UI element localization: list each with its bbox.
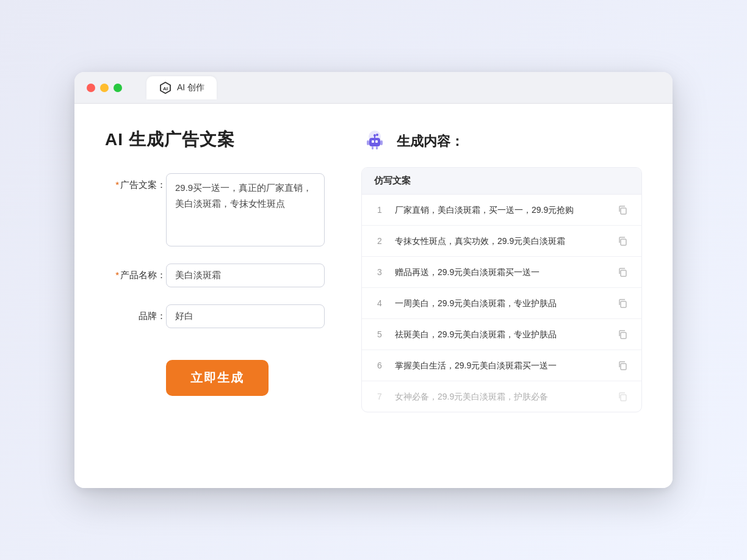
page-title: AI 生成广告文案	[105, 128, 325, 151]
result-header: 生成内容：	[361, 128, 642, 155]
browser-content: AI 生成广告文案 *广告文案： *产品名称： 品牌： 立	[74, 104, 673, 488]
svg-rect-18	[621, 364, 626, 370]
product-name-input[interactable]	[166, 264, 325, 287]
required-star-2: *	[115, 270, 119, 280]
table-row: 2 专抹女性斑点，真实功效，29.9元美白淡斑霜	[362, 226, 641, 257]
product-name-row: *产品名称：	[105, 264, 325, 287]
row-num-5: 5	[374, 329, 385, 339]
product-label: *产品名称：	[105, 264, 166, 281]
result-title: 生成内容：	[397, 132, 464, 151]
maximize-button[interactable]	[114, 84, 122, 92]
row-num-6: 6	[374, 361, 385, 370]
tab-ai-create[interactable]: AI AI 创作	[146, 76, 217, 99]
minimize-button[interactable]	[100, 84, 109, 92]
ad-copy-input[interactable]	[166, 173, 325, 246]
svg-rect-16	[621, 301, 626, 307]
copy-icon-6[interactable]	[616, 359, 629, 372]
svg-rect-8	[367, 140, 369, 145]
table-row: 4 一周美白，29.9元美白淡斑霜，专业护肤品	[362, 288, 641, 319]
brand-input[interactable]	[166, 304, 325, 328]
svg-rect-9	[380, 140, 383, 145]
table-row: 5 祛斑美白，29.9元美白淡斑霜，专业护肤品	[362, 319, 641, 350]
left-panel: AI 生成广告文案 *广告文案： *产品名称： 品牌： 立	[105, 128, 325, 464]
svg-rect-15	[621, 270, 626, 276]
row-num-3: 3	[374, 267, 385, 277]
ad-copy-label: *广告文案：	[105, 173, 166, 191]
traffic-lights	[87, 84, 122, 92]
titlebar: AI AI 创作	[74, 72, 673, 104]
result-table: 仿写文案 1 厂家直销，美白淡斑霜，买一送一，29.9元抢购 2 专抹女性斑点，…	[361, 167, 642, 412]
ai-tab-icon: AI	[159, 81, 172, 95]
svg-rect-19	[621, 395, 626, 401]
copy-icon-5[interactable]	[616, 328, 629, 341]
row-text-6: 掌握美白生活，29.9元美白淡斑霜买一送一	[395, 359, 606, 372]
row-text-4: 一周美白，29.9元美白淡斑霜，专业护肤品	[395, 297, 606, 310]
copy-icon-7[interactable]	[616, 390, 629, 403]
browser-window: AI AI 创作 AI 生成广告文案 *广告文案： *产品名称：	[74, 72, 673, 488]
svg-rect-14	[621, 239, 626, 245]
generate-button[interactable]: 立即生成	[166, 360, 269, 396]
row-num-7: 7	[374, 392, 385, 401]
row-text-2: 专抹女性斑点，真实功效，29.9元美白淡斑霜	[395, 235, 606, 248]
row-num-4: 4	[374, 298, 385, 308]
table-row: 6 掌握美白生活，29.9元美白淡斑霜买一送一	[362, 350, 641, 381]
copy-icon-1[interactable]	[616, 203, 629, 217]
row-text-3: 赠品再送，29.9元美白淡斑霜买一送一	[395, 266, 606, 279]
svg-rect-10	[372, 146, 374, 149]
svg-rect-4	[372, 140, 374, 143]
row-num-2: 2	[374, 236, 385, 246]
table-row-faded: 7 女神必备，29.9元美白淡斑霜，护肤必备	[362, 381, 641, 412]
row-text-7: 女神必备，29.9元美白淡斑霜，护肤必备	[395, 390, 606, 403]
row-num-1: 1	[374, 205, 385, 215]
table-row: 1 厂家直销，美白淡斑霜，买一送一，29.9元抢购	[362, 195, 641, 226]
copy-icon-2[interactable]	[616, 234, 629, 248]
svg-rect-17	[621, 332, 626, 339]
tab-area: AI AI 创作	[146, 76, 217, 99]
copy-icon-3[interactable]	[616, 265, 629, 279]
svg-rect-3	[369, 138, 380, 146]
copy-icon-4[interactable]	[616, 296, 629, 310]
required-star-1: *	[115, 179, 119, 190]
svg-text:AI: AI	[163, 86, 168, 92]
svg-point-12	[376, 134, 378, 136]
brand-row: 品牌：	[105, 304, 325, 328]
brand-label: 品牌：	[105, 304, 166, 322]
svg-rect-13	[621, 208, 626, 214]
ad-copy-row: *广告文案：	[105, 173, 325, 246]
table-header: 仿写文案	[362, 168, 641, 195]
tab-label: AI 创作	[177, 82, 204, 93]
table-row: 3 赠品再送，29.9元美白淡斑霜买一送一	[362, 257, 641, 288]
svg-rect-5	[375, 140, 378, 143]
svg-rect-11	[376, 146, 378, 149]
close-button[interactable]	[87, 84, 95, 92]
row-text-5: 祛斑美白，29.9元美白淡斑霜，专业护肤品	[395, 328, 606, 341]
robot-icon	[361, 128, 388, 155]
right-panel: 生成内容： 仿写文案 1 厂家直销，美白淡斑霜，买一送一，29.9元抢购	[361, 128, 642, 464]
row-text-1: 厂家直销，美白淡斑霜，买一送一，29.9元抢购	[395, 204, 606, 217]
